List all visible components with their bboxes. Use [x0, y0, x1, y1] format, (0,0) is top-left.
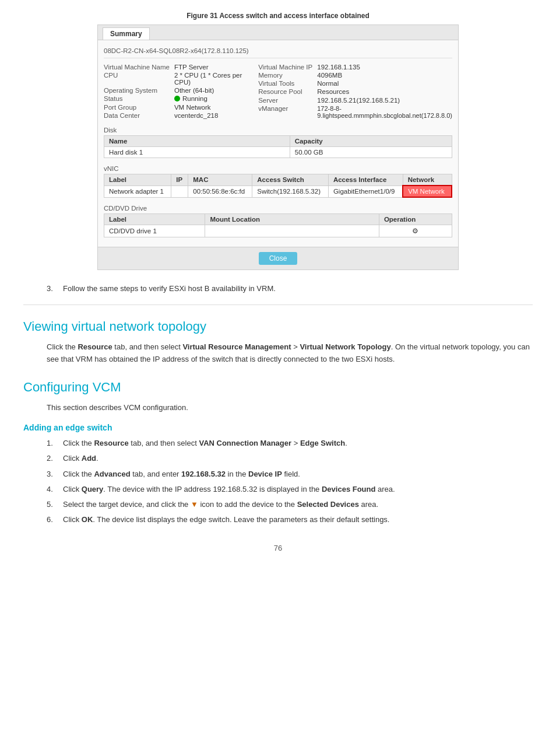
vm-ip-row: Virtual Machine IP 192.168.1.135 — [258, 63, 452, 71]
dialog-box: Summary 08DC-R2-CN-x64-SQL08R2-x64(172.8… — [97, 24, 459, 270]
step1-num: 1. — [47, 437, 58, 450]
resource-pool-row: Resource Pool Resources — [258, 88, 452, 96]
step-5: 5. Select the target device, and click t… — [47, 498, 533, 511]
vnic-row-1: Network adapter 1 00:50:56:8e:6c:fd Swit… — [104, 186, 452, 197]
step3-text: Follow the same steps to verify ESXi hos… — [63, 284, 276, 293]
cpu-row: CPU 2 * CPU (1 * Cores per CPU) — [104, 71, 252, 86]
vm-id-row: 08DC-R2-CN-x64-SQL08R2-x64(172.8.110.125… — [104, 45, 452, 58]
step6-num: 6. — [47, 513, 58, 526]
datacenter-row: Data Center vcenterdc_218 — [104, 111, 252, 120]
disk-table: Name Capacity Hard disk 1 50.00 GB — [104, 135, 452, 158]
cd-label-1: CD/DVD drive 1 — [104, 225, 205, 237]
memory-row: Memory 4096MB — [258, 71, 452, 79]
status-text: Running — [182, 95, 207, 102]
cd-col-operation: Operation — [379, 214, 452, 225]
os-row: Operating System Other (64-bit) — [104, 86, 252, 94]
step-2: 2. Click Add. — [47, 452, 533, 465]
step3-num: 3. — [47, 468, 58, 481]
cd-operation-1[interactable]: ⚙ — [379, 225, 452, 237]
section2-intro: This section describes VCM configuration… — [47, 402, 533, 414]
step2-text: Click Add. — [63, 452, 98, 465]
disk-col-name: Name — [104, 136, 290, 147]
vnic-col-label: Label — [104, 174, 171, 186]
disk-section-label: Disk — [104, 124, 452, 135]
info-grid: Virtual Machine Name FTP Server CPU 2 * … — [104, 63, 452, 120]
cd-col-mount: Mount Location — [205, 214, 379, 225]
step2-num: 2. — [47, 452, 58, 465]
vm-name-row: Virtual Machine Name FTP Server — [104, 63, 252, 71]
vnic-interface-1: GigabitEthernet1/0/9 — [328, 186, 403, 197]
section1-body: Click the Resource tab, and then select … — [47, 341, 533, 366]
server-row: Server 192.168.5.21(192.168.5.21) — [258, 96, 452, 104]
step-4: 4. Click Query. The device with the IP a… — [47, 483, 533, 496]
vmanager-row: vManager 172-8-8-9.lightspeed.mmmphin.sb… — [258, 104, 452, 120]
virtual-tools-row: Virtual Tools Normal — [258, 79, 452, 88]
section2-heading: Configuring VCM — [23, 375, 533, 395]
vnic-switch-1: Switch(192.168.5.32) — [252, 186, 329, 197]
step-1: 1. Click the Resource tab, and then sele… — [47, 437, 533, 450]
vnic-col-ip: IP — [171, 174, 188, 186]
vnic-col-access-switch: Access Switch — [252, 174, 329, 186]
dialog-tab-bar: Summary — [98, 25, 458, 40]
status-row: Status Running — [104, 94, 252, 103]
cd-section-label: CD/DVD Drive — [104, 202, 452, 214]
section1-heading: Viewing virtual network topology — [23, 314, 533, 334]
vnic-col-access-interface: Access Interface — [328, 174, 403, 186]
subsection-heading: Adding an edge switch — [23, 423, 533, 432]
step-6: 6. Click OK. The device list displays th… — [47, 513, 533, 526]
step-3: 3. Click the Advanced tab, and enter 192… — [47, 468, 533, 481]
step1-text: Click the Resource tab, and then select … — [63, 437, 347, 450]
step5-num: 5. — [47, 498, 58, 511]
vnic-section-label: vNIC — [104, 163, 452, 174]
step3-container: 3. Follow the same steps to verify ESXi … — [47, 284, 533, 293]
port-group-row: Port Group VM Network — [104, 103, 252, 111]
disk-name-1: Hard disk 1 — [104, 147, 290, 158]
vnic-table: Label IP MAC Access Switch Access Interf… — [104, 174, 452, 198]
vnic-col-mac: MAC — [188, 174, 252, 186]
disk-col-capacity: Capacity — [290, 136, 452, 147]
step6-text: Click OK. The device list displays the e… — [63, 513, 389, 526]
cd-row-1: CD/DVD drive 1 ⚙ — [104, 225, 452, 237]
summary-tab[interactable]: Summary — [103, 27, 150, 40]
cd-table: Label Mount Location Operation CD/DVD dr… — [104, 214, 452, 237]
figure-caption: Figure 31 Access switch and access inter… — [23, 12, 533, 20]
left-info-column: Virtual Machine Name FTP Server CPU 2 * … — [104, 63, 252, 120]
close-btn-row: Close — [98, 247, 458, 270]
steps-list: 1. Click the Resource tab, and then sele… — [47, 437, 533, 526]
vnic-label-1: Network adapter 1 — [104, 186, 171, 197]
step5-text: Select the target device, and click the … — [63, 498, 378, 511]
disk-capacity-1: 50.00 GB — [290, 147, 452, 158]
disk-row-1: Hard disk 1 50.00 GB — [104, 147, 452, 158]
status-dot — [174, 96, 180, 102]
section-divider-1 — [23, 304, 533, 305]
step4-num: 4. — [47, 483, 58, 496]
cd-mount-1 — [205, 225, 379, 237]
close-button[interactable]: Close — [259, 252, 298, 265]
cd-col-label: Label — [104, 214, 205, 225]
right-info-column: Virtual Machine IP 192.168.1.135 Memory … — [258, 63, 452, 120]
page-number: 76 — [23, 544, 533, 552]
vnic-ip-1 — [171, 186, 188, 197]
vnic-mac-1: 00:50:56:8e:6c:fd — [188, 186, 252, 197]
vnic-col-network: Network — [403, 174, 452, 186]
step3-number: 3. — [47, 284, 63, 293]
step3-list-text: Click the Advanced tab, and enter 192.16… — [63, 468, 300, 481]
step4-text: Click Query. The device with the IP addr… — [63, 483, 395, 496]
vnic-network-1: VM Network — [403, 186, 452, 197]
